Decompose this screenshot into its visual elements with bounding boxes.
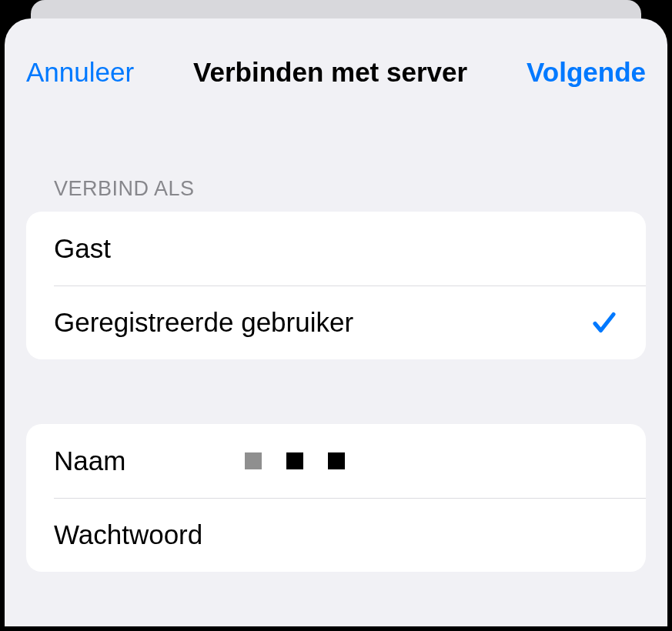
password-row[interactable]: Wachtwoord <box>26 498 646 572</box>
name-label: Naam <box>54 446 245 476</box>
credentials-list: Naam Wachtwoord <box>26 424 646 572</box>
content-area: Verbind als Gast Geregistreerde gebruike… <box>5 177 667 572</box>
name-value <box>245 452 345 469</box>
masked-char <box>286 452 303 469</box>
modal-sheet: Annuleer Verbinden met server Volgende V… <box>5 18 667 626</box>
masked-char <box>328 452 345 469</box>
page-title: Verbinden met server <box>193 57 467 88</box>
password-label: Wachtwoord <box>54 519 245 550</box>
cancel-button[interactable]: Annuleer <box>26 57 134 88</box>
password-input[interactable] <box>245 519 618 550</box>
option-guest-label: Gast <box>54 233 111 264</box>
nav-bar: Annuleer Verbinden met server Volgende <box>5 18 667 95</box>
connect-as-list: Gast Geregistreerde gebruiker <box>26 212 646 359</box>
option-registered-user[interactable]: Geregistreerde gebruiker <box>26 285 646 359</box>
masked-char <box>245 452 262 469</box>
spacer <box>26 359 646 424</box>
option-guest[interactable]: Gast <box>26 212 646 285</box>
section-header-connect-as: Verbind als <box>26 177 646 201</box>
next-button[interactable]: Volgende <box>527 57 646 88</box>
checkmark-icon <box>590 309 618 336</box>
option-registered-user-label: Geregistreerde gebruiker <box>54 307 353 338</box>
name-row[interactable]: Naam <box>26 424 646 498</box>
